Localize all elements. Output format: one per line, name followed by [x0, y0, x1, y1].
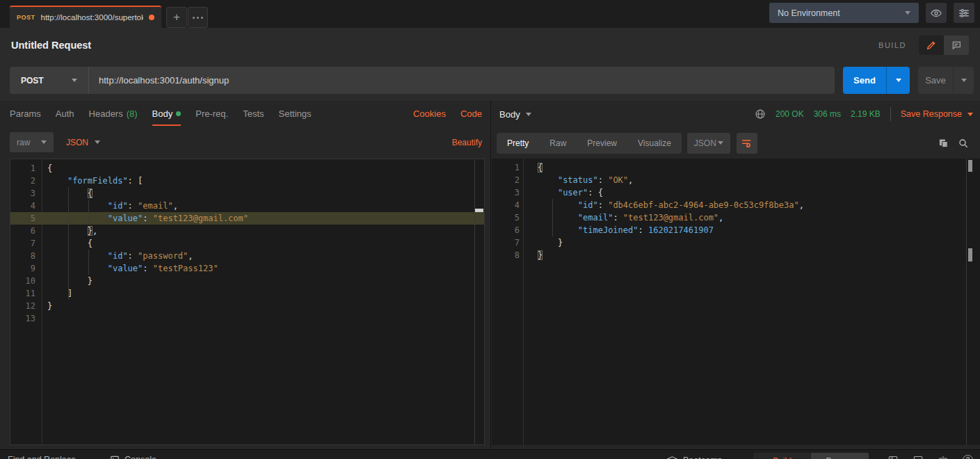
save-button[interactable]: Save: [918, 67, 953, 94]
two-pane-view-button[interactable]: [887, 455, 899, 459]
send-options-button[interactable]: [886, 67, 910, 94]
tab-method-label: POST: [17, 14, 35, 21]
view-visualize[interactable]: Visualize: [627, 133, 682, 154]
code-line[interactable]: 3 "user": {: [492, 186, 980, 199]
view-raw[interactable]: Raw: [539, 133, 577, 154]
tab-options-button[interactable]: [188, 7, 208, 28]
environment-quick-look-button[interactable]: [926, 3, 947, 23]
code-text: {: [41, 162, 52, 175]
method-selector[interactable]: POST: [10, 67, 89, 94]
code-line[interactable]: 1{: [492, 161, 980, 174]
environment-area: No Environment: [769, 3, 974, 23]
console-icon: [110, 455, 120, 459]
environment-settings-button[interactable]: [954, 3, 974, 23]
code-line[interactable]: 9 "value": "testPass123": [10, 262, 484, 275]
tab-body[interactable]: Body: [152, 101, 182, 126]
body-mode-label: raw: [17, 138, 30, 147]
code-line[interactable]: 11 ]: [10, 287, 484, 300]
console-button[interactable]: Console: [110, 455, 156, 459]
chevron-down-icon: [72, 79, 77, 82]
code-line[interactable]: 1{: [10, 162, 484, 175]
code-line[interactable]: 12}: [10, 300, 484, 312]
editor-scrollbar[interactable]: [474, 159, 484, 444]
bootcamp-button[interactable]: Bootcamp: [666, 455, 722, 459]
request-title[interactable]: Untitled Request: [11, 40, 91, 51]
response-body-label: Body: [499, 109, 520, 120]
scrollbar-thumb[interactable]: [968, 248, 972, 261]
indent-guide: [88, 200, 89, 225]
code-line[interactable]: 4 "id": "db4c6ebf-abc2-4964-abe9-0c53c9f…: [492, 199, 980, 211]
status-code-badge[interactable]: 200 OK: [776, 109, 804, 119]
code-line[interactable]: 13: [10, 312, 484, 325]
single-pane-view-button[interactable]: [913, 455, 924, 459]
code-line[interactable]: 2 "formFields": [: [10, 175, 484, 187]
request-url-bar: POST http://localhost:3001/auth/signup: [10, 67, 835, 94]
help-button[interactable]: ?: [963, 455, 973, 459]
postman-app: POST http://localhost:3000/supertok... +…: [0, 0, 980, 459]
view-pretty[interactable]: Pretty: [497, 133, 539, 154]
code-link[interactable]: Code: [460, 108, 482, 119]
body-language-dropdown[interactable]: JSON: [66, 138, 100, 147]
body-mode-dropdown[interactable]: raw: [10, 132, 54, 152]
plus-icon: +: [173, 10, 180, 24]
copy-response-icon[interactable]: [938, 138, 949, 149]
url-row: POST http://localhost:3001/auth/signup S…: [0, 63, 980, 101]
tab-pre-request[interactable]: Pre-req.: [195, 101, 228, 126]
response-time-badge[interactable]: 306 ms: [814, 109, 841, 119]
save-options-button[interactable]: [953, 67, 974, 94]
code-line[interactable]: 10 }: [10, 275, 484, 287]
browse-toggle-button[interactable]: Browse: [811, 453, 869, 459]
code-line[interactable]: 5 "email": "test123@gmail.com",: [492, 211, 980, 224]
code-line[interactable]: 4 "id": "email",: [10, 200, 484, 212]
code-line[interactable]: 7 }: [492, 236, 980, 249]
shortcuts-button[interactable]: [938, 455, 949, 459]
comment-icon: [951, 40, 962, 51]
send-button-group: Send: [843, 67, 910, 94]
find-and-replace-button[interactable]: Find and Replace: [8, 455, 76, 459]
scrollbar-thumb[interactable]: [968, 160, 972, 172]
network-globe-icon[interactable]: [755, 108, 766, 120]
send-button[interactable]: Send: [843, 67, 886, 94]
code-line[interactable]: 5 "value": "test123@gmail.com": [10, 212, 484, 225]
single-pane-icon: [913, 455, 924, 459]
code-text: "user": {: [524, 186, 603, 199]
tab-params[interactable]: Params: [10, 101, 41, 126]
tab-headers[interactable]: Headers (8): [89, 101, 138, 126]
code-line[interactable]: 6 },: [10, 225, 484, 237]
response-body-dropdown[interactable]: Body: [499, 109, 531, 120]
help-icon: ?: [963, 455, 973, 459]
view-preview[interactable]: Preview: [577, 133, 627, 154]
line-number: 12: [10, 300, 41, 312]
comment-mode-button[interactable]: [944, 35, 969, 55]
code-text: }: [524, 236, 563, 249]
tab-auth[interactable]: Auth: [56, 101, 74, 126]
tab-tests[interactable]: Tests: [243, 101, 264, 126]
response-language-dropdown[interactable]: JSON: [687, 133, 730, 154]
beautify-link[interactable]: Beautify: [452, 138, 482, 147]
line-number: 1: [492, 161, 524, 174]
code-line[interactable]: 3 {: [10, 187, 484, 200]
request-body-editor[interactable]: 1{2 "formFields": [3 {4 "id": "email",5 …: [10, 159, 485, 445]
code-line[interactable]: 8}: [492, 249, 980, 261]
code-line[interactable]: 2 "status": "OK",: [492, 174, 980, 186]
response-size-badge[interactable]: 2.19 KB: [851, 109, 881, 119]
request-tab[interactable]: POST http://localhost:3000/supertok...: [10, 6, 161, 28]
response-scrollbar[interactable]: [966, 159, 967, 445]
search-response-icon[interactable]: [958, 138, 969, 149]
indent-guide: [552, 199, 553, 236]
build-toggle-button[interactable]: Build: [753, 453, 811, 459]
environment-selector[interactable]: No Environment: [769, 3, 919, 23]
request-header: Untitled Request BUILD: [0, 28, 980, 63]
new-tab-button[interactable]: +: [166, 7, 187, 28]
tab-settings[interactable]: Settings: [279, 101, 312, 126]
save-response-dropdown[interactable]: Save Response: [901, 109, 973, 119]
edit-comment-toggle: [919, 35, 969, 55]
edit-mode-button[interactable]: [919, 35, 944, 55]
url-input[interactable]: http://localhost:3001/auth/signup: [89, 75, 835, 86]
code-line[interactable]: 7 {: [10, 237, 484, 250]
code-line[interactable]: 8 "id": "password",: [10, 250, 484, 262]
cookies-link[interactable]: Cookies: [413, 108, 446, 119]
response-body-viewer[interactable]: 1{2 "status": "OK",3 "user": {4 "id": "d…: [492, 159, 980, 445]
wrap-lines-button[interactable]: [737, 133, 757, 154]
code-line[interactable]: 6 "timeJoined": 1620217461907: [492, 224, 980, 236]
